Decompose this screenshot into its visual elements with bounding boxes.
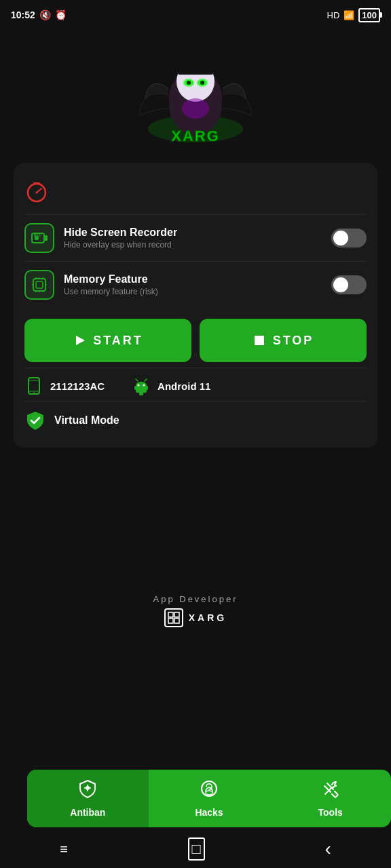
back-button[interactable]: ‹ xyxy=(324,838,331,860)
hacks-label: Hacks xyxy=(195,807,223,818)
dev-brand: XARG xyxy=(11,608,380,627)
antiban-label: Antiban xyxy=(70,807,105,818)
virtual-mode-row: Virtual Mode xyxy=(24,401,367,437)
stop-button[interactable]: STOP xyxy=(200,319,367,362)
svg-point-39 xyxy=(143,384,145,387)
info-row: 2112123AC Android 11 xyxy=(24,368,367,401)
android-version-item: Android 11 xyxy=(132,376,210,395)
svg-point-5 xyxy=(187,81,191,85)
svg-point-37 xyxy=(33,393,35,394)
svg-point-6 xyxy=(200,81,204,85)
hide-recorder-toggle[interactable] xyxy=(331,229,367,248)
nav-hacks[interactable]: Hacks xyxy=(149,770,270,827)
timer-icon xyxy=(24,179,49,203)
wifi-icon: 📶 xyxy=(343,10,354,20)
memory-feature-subtitle: Use memory feature (risk) xyxy=(64,287,158,296)
memory-icon xyxy=(31,276,48,294)
rec-icon: REC xyxy=(31,229,48,247)
tools-icon xyxy=(321,779,340,803)
svg-point-9 xyxy=(182,98,209,119)
developer-label: App Developer xyxy=(11,594,380,604)
logo-container: XARG XARG xyxy=(134,41,257,149)
svg-line-40 xyxy=(136,379,138,381)
svg-rect-48 xyxy=(168,618,173,623)
mute-icon: 🔇 xyxy=(39,9,51,20)
hide-recorder-title: Hide Screen Recorder xyxy=(64,226,177,239)
dev-footer: App Developer XARG xyxy=(0,583,391,638)
timer-row xyxy=(24,174,367,214)
android-icon xyxy=(132,376,151,395)
brand-icon xyxy=(164,608,183,627)
buttons-row: START STOP xyxy=(24,308,367,368)
svg-point-38 xyxy=(138,384,140,387)
svg-rect-45 xyxy=(141,393,143,395)
system-nav-bar: ≡ □ ‹ xyxy=(0,830,391,868)
svg-rect-44 xyxy=(139,393,141,395)
nav-antiban[interactable]: Antiban xyxy=(27,770,149,827)
feature-memory: Memory Feature Use memory feature (risk) xyxy=(24,261,367,308)
signal-icon: HD xyxy=(327,10,340,20)
logo-svg: XARG XARG xyxy=(134,41,257,149)
svg-rect-23 xyxy=(36,281,43,288)
svg-rect-46 xyxy=(168,612,173,617)
svg-rect-47 xyxy=(174,612,179,617)
svg-point-56 xyxy=(206,791,212,795)
shield-check-icon xyxy=(24,410,46,431)
device-id-item: 2112123AC xyxy=(24,376,105,395)
phone-icon xyxy=(24,376,43,395)
hide-recorder-subtitle: Hide overlay esp when record xyxy=(64,240,177,250)
status-right: HD 📶 100 xyxy=(327,8,380,22)
stop-icon xyxy=(253,334,266,347)
logo-section: XARG XARG xyxy=(0,27,391,156)
nav-tools[interactable]: Tools xyxy=(269,770,391,827)
memory-icon-circle xyxy=(24,270,54,300)
svg-rect-43 xyxy=(146,386,148,390)
svg-rect-22 xyxy=(33,279,45,291)
svg-rect-42 xyxy=(134,386,136,390)
battery-display: 100 xyxy=(358,8,380,22)
menu-button[interactable]: ≡ xyxy=(60,842,68,857)
main-card: REC Hide Screen Recorder Hide overlay es… xyxy=(14,163,377,448)
svg-point-50 xyxy=(86,786,90,790)
time-display: 10:52 xyxy=(11,9,35,20)
svg-point-16 xyxy=(36,192,38,194)
home-button[interactable]: □ xyxy=(188,837,205,861)
brand-name: XARG xyxy=(189,612,227,623)
antiban-icon xyxy=(78,779,97,803)
hacks-icon xyxy=(200,779,219,803)
svg-line-41 xyxy=(145,379,147,381)
rec-icon-circle: REC xyxy=(24,223,54,253)
svg-marker-32 xyxy=(76,336,85,345)
android-version: Android 11 xyxy=(157,380,210,392)
start-button[interactable]: START xyxy=(24,319,191,362)
svg-rect-21 xyxy=(44,235,48,241)
status-left: 10:52 🔇 ⏰ xyxy=(11,9,67,20)
device-id: 2112123AC xyxy=(50,380,105,392)
grid-icon xyxy=(167,611,181,625)
stop-label: STOP xyxy=(273,334,314,348)
svg-rect-49 xyxy=(174,618,179,623)
svg-text:XARG: XARG xyxy=(171,127,220,144)
start-label: START xyxy=(93,334,143,348)
feature-hide-recorder: REC Hide Screen Recorder Hide overlay es… xyxy=(24,214,367,261)
bottom-nav: Antiban Hacks Tools xyxy=(27,770,391,827)
tools-label: Tools xyxy=(318,807,343,818)
memory-feature-title: Memory Feature xyxy=(64,273,158,285)
spacer xyxy=(0,454,391,576)
play-icon xyxy=(73,334,86,347)
svg-rect-33 xyxy=(255,336,264,345)
svg-point-20 xyxy=(35,236,39,240)
virtual-mode-label: Virtual Mode xyxy=(54,414,119,427)
alarm-icon: ⏰ xyxy=(55,9,67,20)
status-bar: 10:52 🔇 ⏰ HD 📶 100 xyxy=(0,0,391,27)
memory-feature-toggle[interactable] xyxy=(331,275,367,294)
